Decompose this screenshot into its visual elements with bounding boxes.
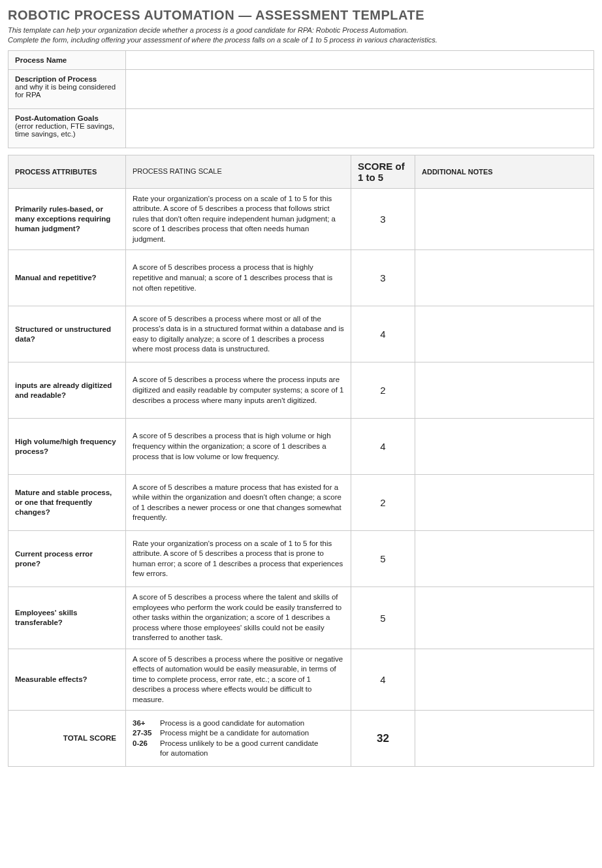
legend-c-text2: for automation	[133, 748, 344, 759]
process-name-input[interactable]	[126, 50, 594, 69]
score-input[interactable]: 2	[351, 362, 415, 419]
score-input[interactable]: 4	[351, 419, 415, 475]
score-input[interactable]: 5	[351, 587, 415, 649]
intro-line-2: Complete the form, including offering yo…	[8, 36, 437, 44]
legend-c-range: 0-26	[133, 739, 160, 749]
notes-input[interactable]	[415, 475, 594, 531]
total-score-label: TOTAL SCORE	[8, 711, 126, 767]
goals-label-bold: Post-Automation Goals	[15, 114, 119, 122]
scale-cell: A score of 5 describes a process where m…	[126, 306, 351, 362]
score-input[interactable]: 2	[351, 475, 415, 531]
header-scale: PROCESS RATING SCALE	[126, 155, 351, 188]
header-attributes: PROCESS ATTRIBUTES	[8, 155, 126, 188]
header-score: SCORE of 1 to 5	[351, 155, 415, 188]
table-row: Primarily rules-based, or many exception…	[8, 188, 594, 250]
legend-c-text: Process unlikely to be a good current ca…	[160, 739, 318, 747]
description-label-bold: Description of Process	[15, 75, 119, 83]
table-row: Measurable effects?A score of 5 describe…	[8, 649, 594, 711]
attribute-cell: Manual and repetitive?	[8, 250, 126, 306]
score-input[interactable]: 3	[351, 188, 415, 250]
scale-cell: A score of 5 describes a process where t…	[126, 649, 351, 711]
attribute-cell: inputs are already digitized and readabl…	[8, 362, 126, 419]
total-score-value: 32	[351, 711, 415, 767]
attributes-table: PROCESS ATTRIBUTES PROCESS RATING SCALE …	[8, 155, 594, 767]
description-input[interactable]	[126, 69, 594, 108]
attribute-cell: Mature and stable process, or one that f…	[8, 475, 126, 531]
attribute-cell: Primarily rules-based, or many exception…	[8, 188, 126, 250]
notes-input[interactable]	[415, 531, 594, 587]
table-row: Structured or unstructured data?A score …	[8, 306, 594, 362]
scale-cell: Rate your organization's process on a sc…	[126, 188, 351, 250]
attribute-cell: Structured or unstructured data?	[8, 306, 126, 362]
legend-b-text: Process might be a candidate for automat…	[160, 729, 309, 737]
total-notes[interactable]	[415, 711, 594, 767]
score-input[interactable]: 4	[351, 306, 415, 362]
process-name-label: Process Name	[8, 50, 126, 69]
score-input[interactable]: 3	[351, 250, 415, 306]
notes-input[interactable]	[415, 649, 594, 711]
table-row: Mature and stable process, or one that f…	[8, 475, 594, 531]
scale-cell: A score of 5 describes a process that is…	[126, 419, 351, 475]
attribute-cell: High volume/high frequency process?	[8, 419, 126, 475]
score-legend: 36+Process is a good candidate for autom…	[126, 711, 351, 767]
table-row: inputs are already digitized and readabl…	[8, 362, 594, 419]
legend-a-text: Process is a good candidate for automati…	[160, 719, 304, 727]
notes-input[interactable]	[415, 306, 594, 362]
table-row: High volume/high frequency process?A sco…	[8, 419, 594, 475]
table-row: Current process error prone?Rate your or…	[8, 531, 594, 587]
scale-cell: Rate your organization's process on a sc…	[126, 531, 351, 587]
intro-text: This template can help your organization…	[8, 25, 594, 45]
notes-input[interactable]	[415, 188, 594, 250]
scale-cell: A score of 5 describes a mature process …	[126, 475, 351, 531]
attribute-cell: Measurable effects?	[8, 649, 126, 711]
score-input[interactable]: 5	[351, 531, 415, 587]
notes-input[interactable]	[415, 587, 594, 649]
attribute-cell: Employees' skills transferable?	[8, 587, 126, 649]
notes-input[interactable]	[415, 250, 594, 306]
table-row: Manual and repetitive?A score of 5 descr…	[8, 250, 594, 306]
header-notes: ADDITIONAL NOTES	[415, 155, 594, 188]
notes-input[interactable]	[415, 362, 594, 419]
intro-line-1: This template can help your organization…	[8, 26, 408, 34]
page-title: ROBOTIC PROCESS AUTOMATION — ASSESSMENT …	[8, 8, 594, 23]
description-label: Description of Process and why it is bei…	[8, 69, 126, 108]
score-input[interactable]: 4	[351, 649, 415, 711]
table-row: Employees' skills transferable?A score o…	[8, 587, 594, 649]
scale-cell: A score of 5 describes a process where t…	[126, 362, 351, 419]
scale-cell: A score of 5 describes process a process…	[126, 250, 351, 306]
description-label-sub: and why it is being considered for RPA	[15, 83, 119, 99]
process-name-label-bold: Process Name	[15, 56, 119, 64]
goals-label-sub: (error reduction, FTE savings, time savi…	[15, 122, 119, 138]
goals-label: Post-Automation Goals (error reduction, …	[8, 108, 126, 148]
info-table: Process Name Description of Process and …	[8, 50, 594, 148]
notes-input[interactable]	[415, 419, 594, 475]
legend-a-range: 36+	[133, 718, 160, 729]
scale-cell: A score of 5 describes a process where t…	[126, 587, 351, 649]
goals-input[interactable]	[126, 108, 594, 148]
legend-b-range: 27-35	[133, 728, 160, 739]
attribute-cell: Current process error prone?	[8, 531, 126, 587]
